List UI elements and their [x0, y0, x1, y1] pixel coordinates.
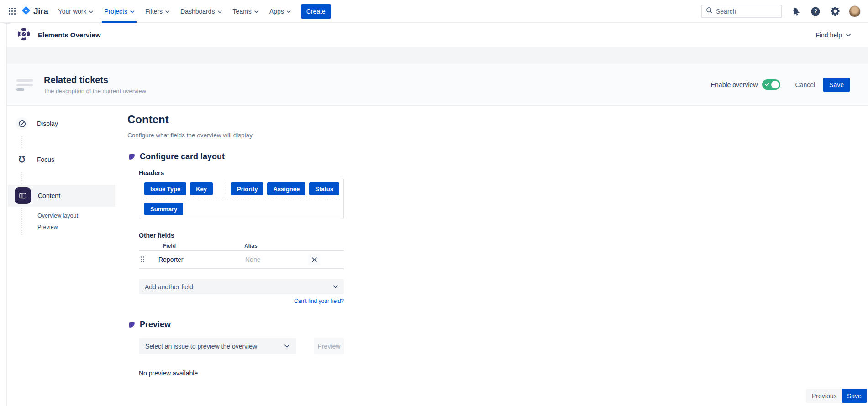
chevron-down-icon [333, 285, 338, 288]
alias-input[interactable]: None [245, 256, 260, 263]
field-name: Reporter [158, 256, 183, 263]
field-pill-priority[interactable]: Priority [231, 182, 264, 195]
overview-list-icon [16, 79, 33, 91]
preview-heading: Preview [129, 320, 171, 329]
app-header: Elements Overview Find help [7, 23, 868, 47]
header-zone-divider [226, 182, 226, 196]
toggle-knob [771, 81, 779, 88]
chevron-down-icon [254, 10, 258, 13]
field-pill-status[interactable]: Status [309, 182, 339, 195]
jira-wordmark: Jira [33, 6, 48, 16]
step-connector [21, 136, 22, 148]
section-title: Content [127, 113, 169, 126]
content-layout-icon [15, 187, 31, 204]
card-layout-headers-zone: Issue Type Key Priority Assignee Status … [139, 178, 344, 219]
sidebar-item-display[interactable]: Display [7, 113, 121, 135]
chevron-down-icon [846, 34, 851, 36]
header-separator-band [7, 47, 868, 64]
check-icon [765, 83, 769, 86]
create-button[interactable]: Create [301, 4, 331, 19]
help-icon[interactable]: ? [810, 5, 821, 17]
settings-step-sidebar: Display ℧ Focus Content Overview layout … [7, 106, 128, 406]
table-divider [139, 268, 344, 269]
nav-item-projects[interactable]: Projects [102, 0, 137, 23]
headers-label: Headers [139, 169, 164, 177]
configure-card-layout-heading: Configure card layout [129, 152, 225, 161]
section-bullet-icon [129, 322, 135, 328]
user-avatar[interactable] [849, 5, 861, 17]
chevron-down-icon [89, 10, 93, 13]
header-left-fields: Issue Type Key [144, 182, 213, 195]
save-button-top[interactable]: Save [823, 78, 850, 92]
jira-mark-icon [21, 5, 31, 17]
column-header-alias: Alias [244, 243, 258, 249]
find-help-dropdown[interactable]: Find help [815, 31, 851, 39]
header-body-divider [143, 198, 340, 198]
table-row: Reporter None [139, 251, 344, 268]
collapsed-sidebar-rail [0, 23, 7, 406]
no-preview-message: No preview available [139, 370, 198, 377]
drag-handle-icon[interactable] [141, 256, 144, 263]
overview-description: The description of the current overview [44, 88, 146, 94]
remove-field-close-icon[interactable] [308, 254, 320, 265]
sidebar-item-focus[interactable]: ℧ Focus [7, 149, 121, 171]
enable-overview-label: Enable overview [711, 81, 758, 88]
section-subtitle: Configure what fields the overview will … [127, 132, 253, 139]
field-pill-key[interactable]: Key [190, 182, 213, 195]
sidebar-subitem-preview[interactable]: Preview [37, 224, 58, 230]
field-pill-assignee[interactable]: Assignee [267, 182, 305, 195]
display-gauge-icon [16, 117, 28, 130]
chevron-down-icon [284, 344, 289, 348]
nav-item-apps[interactable]: Apps [267, 0, 293, 23]
chevron-down-icon [287, 10, 291, 13]
save-button-bottom[interactable]: Save [842, 389, 867, 403]
app-switcher-icon[interactable] [5, 0, 19, 23]
sidebar-item-content[interactable]: Content [8, 185, 115, 207]
nav-item-teams[interactable]: Teams [231, 0, 261, 23]
jira-logo[interactable]: Jira [19, 5, 53, 17]
chevron-down-icon [130, 10, 134, 13]
preview-button[interactable]: Preview [314, 338, 344, 354]
cancel-button[interactable]: Cancel [795, 81, 815, 88]
overview-header-bar: Related tickets The description of the c… [7, 64, 868, 106]
notifications-bell-icon[interactable] [790, 5, 802, 17]
preview-issue-select[interactable]: Select an issue to preview the overview [139, 338, 296, 354]
chevron-down-icon [218, 10, 222, 13]
section-bullet-icon [129, 154, 135, 160]
elements-overview-logo-icon [17, 27, 31, 43]
search-input[interactable] [716, 8, 777, 15]
header-right-fields: Priority Assignee Status [231, 182, 339, 195]
step-connector [21, 172, 22, 184]
sidebar-subitem-overview-layout[interactable]: Overview layout [37, 213, 78, 219]
cant-find-field-link[interactable]: Can't find your field? [139, 298, 344, 304]
page-title: Elements Overview [38, 31, 101, 39]
nav-item-dashboards[interactable]: Dashboards [178, 0, 224, 23]
field-pill-summary[interactable]: Summary [144, 203, 183, 215]
search-box[interactable] [701, 5, 782, 18]
previous-button[interactable]: Previous [806, 389, 842, 403]
column-header-field: Field [163, 243, 176, 249]
field-pill-issue-type[interactable]: Issue Type [144, 182, 186, 195]
top-navigation-bar: Jira Your work Projects Filters Dashboar… [0, 0, 868, 23]
content-panel: Content Configure what fields the overvi… [127, 106, 868, 406]
other-fields-heading: Other fields [139, 232, 174, 239]
step-connector [21, 208, 22, 235]
enable-overview-toggle[interactable] [762, 79, 780, 90]
svg-text:?: ? [814, 8, 817, 15]
search-icon [706, 7, 713, 16]
add-another-field-select[interactable]: Add another field [139, 279, 344, 294]
body-fields: Summary [144, 203, 183, 215]
nav-item-filters[interactable]: Filters [143, 0, 172, 23]
settings-gear-icon[interactable] [829, 5, 841, 17]
focus-icon: ℧ [16, 153, 28, 166]
chevron-down-icon [165, 10, 169, 13]
nav-item-your-work[interactable]: Your work [56, 0, 96, 23]
overview-title: Related tickets [44, 75, 146, 85]
